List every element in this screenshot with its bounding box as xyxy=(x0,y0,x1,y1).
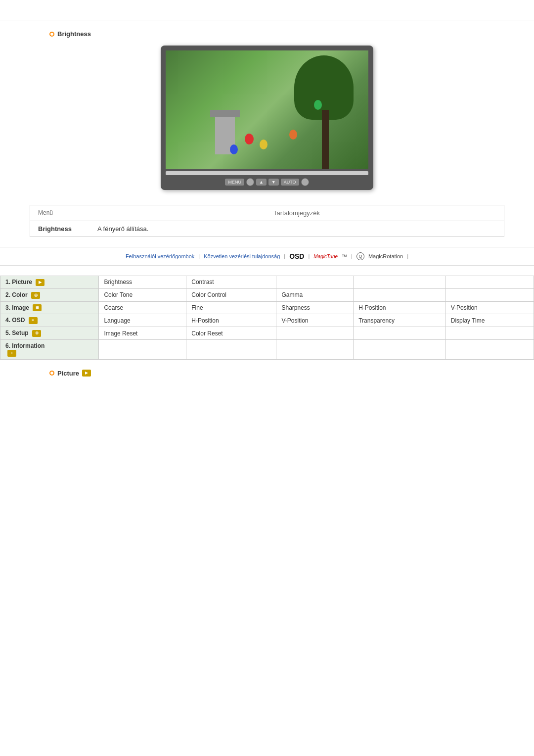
balloon-blue xyxy=(230,144,238,154)
menu-table: Menü Tartalomjegyzék Brightness A fényer… xyxy=(30,205,504,237)
monitor-base-bar xyxy=(166,171,368,175)
nav-link-user-controls[interactable]: Felhasználói vezérlőgombok xyxy=(126,253,194,259)
down-button[interactable]: ▼ xyxy=(268,179,279,186)
sub-item-empty-6 xyxy=(276,327,354,340)
picture-title: Picture xyxy=(57,370,79,377)
sub-item-contrast[interactable]: Contrast xyxy=(186,276,276,289)
sub-item-sharpness[interactable]: Sharpness xyxy=(276,301,354,314)
nav-sep-2: | xyxy=(284,253,285,259)
sub-item-transparency[interactable]: Transparency xyxy=(354,314,446,327)
nav-item-2-color[interactable]: 2. Color ◎ xyxy=(0,288,99,301)
sub-item-language[interactable]: Language xyxy=(99,314,186,327)
nav-magictune-label: ™ xyxy=(342,253,347,259)
sub-item-empty-1 xyxy=(276,276,354,289)
sub-item-empty-8 xyxy=(445,327,534,340)
header-content-label: Tartalomjegyzék xyxy=(97,209,496,217)
sub-item-empty-5 xyxy=(445,288,534,301)
nav-sep-3: | xyxy=(308,253,310,259)
row-brightness-desc: A fényerő állítása. xyxy=(97,225,496,233)
osd-icon: ≡ xyxy=(29,317,38,324)
table-row: 4. OSD ≡ Language H-Position V-Position … xyxy=(0,314,534,327)
nav-bar: Felhasználói vezérlőgombok | Közvetlen v… xyxy=(0,247,534,266)
info-icon: i xyxy=(7,350,16,357)
brightness-circle-icon xyxy=(49,32,54,37)
osd-nav-table: 1. Picture ▶ Brightness Contrast 2. Colo… xyxy=(0,276,534,360)
picture-icon: ▶ xyxy=(36,279,44,286)
header-menu-label: Menü xyxy=(38,209,97,217)
nav-item-6-information[interactable]: 6. Information i xyxy=(0,340,99,360)
balloon-red xyxy=(245,134,254,144)
table-row: 5. Setup ⚙ Image Reset Color Reset xyxy=(0,327,534,340)
color-icon: ◎ xyxy=(31,292,40,299)
menu-button[interactable]: MENU xyxy=(225,179,244,186)
sub-item-display-time[interactable]: Display Time xyxy=(445,314,534,327)
nav-item-3-image[interactable]: 3. Image ⊞ xyxy=(0,301,99,314)
sub-item-image-reset[interactable]: Image Reset xyxy=(99,327,186,340)
monitor-controls: MENU ▲ ▼ AUTO xyxy=(166,175,368,187)
table-row: 1. Picture ▶ Brightness Contrast xyxy=(0,276,534,289)
picture-section-heading: Picture ▶ xyxy=(49,370,534,377)
sub-item-h-position-image[interactable]: H-Position xyxy=(354,301,446,314)
nav-sep-5: | xyxy=(407,253,408,259)
nav-item-1-picture[interactable]: 1. Picture ▶ xyxy=(0,276,99,289)
ctrl-left-icon xyxy=(246,178,254,186)
up-button[interactable]: ▲ xyxy=(256,179,267,186)
picture-circle-icon xyxy=(49,371,54,376)
nav-item-4-osd[interactable]: 4. OSD ≡ xyxy=(0,314,99,327)
monitor-outer: MENU ▲ ▼ AUTO xyxy=(161,46,373,190)
monitor-screen xyxy=(166,50,368,169)
menu-table-row: Brightness A fényerő állítása. xyxy=(30,221,504,236)
sub-item-v-position-image[interactable]: V-Position xyxy=(445,301,534,314)
auto-button[interactable]: AUTO xyxy=(281,179,299,186)
row-brightness-label: Brightness xyxy=(38,225,97,233)
table-row: 2. Color ◎ Color Tone Color Control Gamm… xyxy=(0,288,534,301)
magicrotation-icon: Q xyxy=(356,252,364,260)
sub-item-empty-7 xyxy=(354,327,446,340)
magictune-logo: MagicTune xyxy=(313,254,338,259)
monitor-screen-inner xyxy=(166,50,368,169)
sub-item-color-control[interactable]: Color Control xyxy=(186,288,276,301)
sub-item-color-tone[interactable]: Color Tone xyxy=(99,288,186,301)
brightness-title: Brightness xyxy=(57,30,91,38)
balloon-orange xyxy=(289,130,297,140)
sub-item-h-position-osd[interactable]: H-Position xyxy=(186,314,276,327)
sub-item-fine[interactable]: Fine xyxy=(186,301,276,314)
sub-item-info-2 xyxy=(186,340,276,360)
nav-item-5-setup[interactable]: 5. Setup ⚙ xyxy=(0,327,99,340)
sub-item-info-4 xyxy=(354,340,446,360)
monitor-container: MENU ▲ ▼ AUTO xyxy=(0,46,534,190)
picture-section-icon: ▶ xyxy=(82,370,91,377)
sub-item-coarse[interactable]: Coarse xyxy=(99,301,186,314)
nav-link-direct-control[interactable]: Közvetlen vezérlési tulajdonság xyxy=(204,253,280,259)
tree-trunk xyxy=(322,110,329,169)
sub-item-v-position-osd[interactable]: V-Position xyxy=(276,314,354,327)
nav-sep-1: | xyxy=(198,253,200,259)
nav-sep-4: | xyxy=(351,253,353,259)
menu-table-header: Menü Tartalomjegyzék xyxy=(30,205,504,221)
nav-osd-label: OSD xyxy=(289,252,304,260)
nav-magicrotation-label: MagicRotation xyxy=(368,253,403,259)
sub-item-empty-2 xyxy=(354,276,446,289)
sub-item-brightness[interactable]: Brightness xyxy=(99,276,186,289)
sub-item-info-1 xyxy=(99,340,186,360)
sub-item-color-reset[interactable]: Color Reset xyxy=(186,327,276,340)
setup-icon: ⚙ xyxy=(32,330,41,337)
sub-item-info-3 xyxy=(276,340,354,360)
table-row: 6. Information i xyxy=(0,340,534,360)
ctrl-right-icon xyxy=(301,178,309,186)
balloon-green xyxy=(314,100,322,110)
image-icon: ⊞ xyxy=(33,304,42,311)
brightness-section-heading: Brightness xyxy=(49,30,534,38)
table-row: 3. Image ⊞ Coarse Fine Sharpness H-Posit… xyxy=(0,301,534,314)
sub-item-empty-4 xyxy=(354,288,446,301)
sub-item-gamma[interactable]: Gamma xyxy=(276,288,354,301)
sub-item-empty-3 xyxy=(445,276,534,289)
sub-item-info-5 xyxy=(445,340,534,360)
balloon-yellow xyxy=(260,140,267,149)
